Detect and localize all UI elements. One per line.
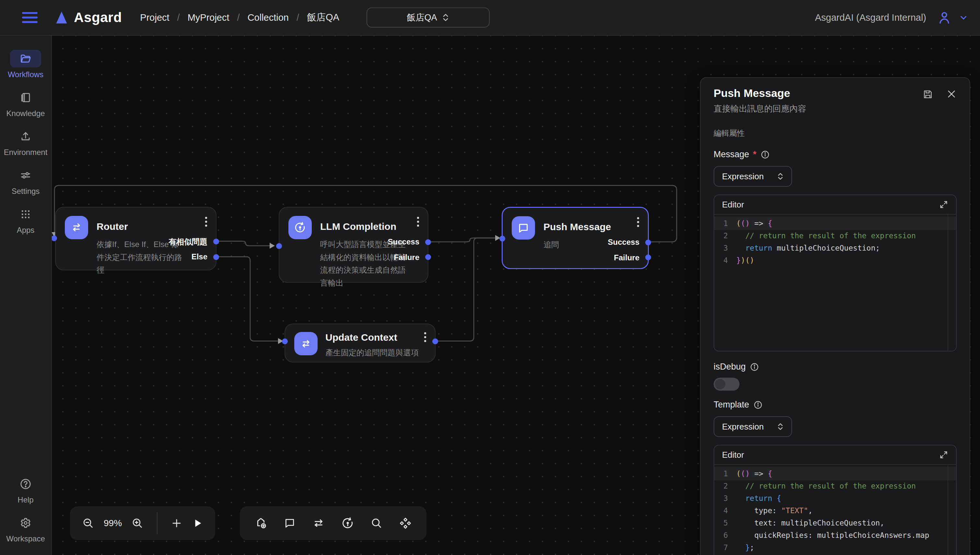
push-input-port[interactable] — [500, 236, 505, 242]
code-line: 5 text: multipleChoiceQuestion, — [714, 517, 956, 529]
account-menu[interactable]: AsgardAI (Asgard Internal) — [815, 10, 968, 25]
node-menu-button[interactable] — [424, 332, 426, 342]
llm-output-port-success[interactable] — [425, 239, 431, 245]
output-port-label: Failure — [614, 253, 639, 262]
sidebar-item-label: Knowledge — [6, 109, 45, 118]
node-llm-completion[interactable]: LLM Completion 呼叫大型語言模型並產生結構化的資料輸出以輔助流程的… — [279, 207, 428, 283]
canvas-zoom-toolbar: 99% — [70, 506, 215, 540]
updown-chevron-icon — [777, 422, 784, 431]
update-output-port[interactable] — [432, 338, 438, 344]
node-menu-button[interactable] — [417, 217, 420, 227]
info-icon[interactable] — [760, 150, 770, 159]
breadcrumb-project[interactable]: Project — [140, 12, 169, 23]
router-output-port-else[interactable] — [213, 254, 219, 260]
sidebar-item-settings[interactable]: Settings — [0, 167, 51, 196]
sidebar-item-apps[interactable]: Apps — [0, 205, 51, 235]
llm-icon[interactable] — [341, 517, 354, 530]
message-code-editor[interactable]: 1(() => {2 // return the result of the e… — [714, 215, 956, 351]
bell-plus-icon[interactable] — [254, 517, 268, 530]
message-type-select[interactable]: Expression — [714, 166, 792, 187]
close-button[interactable] — [946, 89, 957, 100]
code-line: 8})() — [714, 554, 956, 555]
output-port-label: Failure — [394, 253, 420, 262]
push-output-port-failure[interactable] — [645, 255, 651, 260]
magnifier-icon[interactable] — [370, 517, 383, 530]
editor-label: Editor — [722, 200, 744, 210]
editor-scrollbar[interactable] — [948, 465, 948, 555]
output-port-label: Else — [192, 252, 207, 261]
expand-icon[interactable] — [939, 450, 948, 459]
node-title: Update Context — [325, 332, 419, 343]
add-button[interactable] — [170, 517, 183, 529]
required-asterisk: * — [753, 149, 757, 159]
sidebar-item-knowledge[interactable]: Knowledge — [0, 89, 51, 118]
zoom-out-button[interactable] — [82, 517, 94, 530]
output-port-label: 有相似問題 — [168, 237, 207, 247]
chat-bubble-icon — [512, 216, 535, 239]
llm-output-port-failure[interactable] — [425, 254, 431, 260]
sidebar-item-label: Help — [18, 496, 34, 504]
code-line: 6 quickReplies: multipleChoiceAnswers.ma… — [714, 529, 956, 541]
properties-panel: Push Message 直接輸出訊息的回應內容 編輯屬性 Message * — [700, 77, 970, 555]
node-menu-button[interactable] — [205, 217, 207, 227]
code-line: 1(() => { — [714, 217, 956, 229]
breadcrumb-myproject[interactable]: MyProject — [187, 12, 229, 23]
save-button[interactable] — [922, 89, 934, 100]
code-line: 4 type: "TEXT", — [714, 504, 956, 517]
edit-properties-label: 編輯屬性 — [714, 128, 957, 138]
isdebug-toggle[interactable] — [714, 378, 740, 391]
template-field-label: Template — [714, 400, 749, 410]
sidebar-item-label: Environment — [4, 148, 48, 157]
book-icon — [10, 89, 41, 106]
info-icon[interactable] — [753, 400, 763, 410]
hamburger-menu-button[interactable] — [22, 10, 38, 25]
swap-arrows-icon — [65, 216, 88, 239]
sidebar-item-help[interactable]: Help — [0, 475, 51, 504]
template-code-editor[interactable]: 1(() => {2 // return the result of the e… — [714, 465, 956, 555]
router-output-port-similar[interactable] — [213, 239, 219, 244]
sidebar-item-environment[interactable]: Environment — [0, 128, 51, 157]
zoom-in-button[interactable] — [131, 517, 144, 530]
breadcrumb: Project / MyProject / Collection / 飯店QA — [140, 11, 339, 24]
run-button[interactable] — [192, 517, 203, 529]
breadcrumb-collection[interactable]: Collection — [248, 12, 289, 23]
template-type-select[interactable]: Expression — [714, 416, 792, 437]
node-description: 追問 — [543, 238, 611, 251]
grid-dots-icon — [10, 205, 41, 223]
editor-scrollbar[interactable] — [948, 215, 948, 351]
node-update-context[interactable]: Update Context 產生固定的追問問題與選項 — [285, 324, 436, 363]
diamond-grid-icon[interactable] — [399, 517, 412, 530]
code-line: 3 return multipleChoiceQuestion; — [714, 242, 956, 254]
sidebar-item-label: Apps — [17, 226, 35, 235]
sidebar-item-workflows[interactable]: Workflows — [0, 50, 51, 79]
sidebar-item-label: Settings — [12, 187, 40, 196]
code-line: 7 }; — [714, 541, 956, 554]
updown-chevron-icon — [777, 172, 784, 181]
workflow-selector-dropdown[interactable]: 飯店QA — [367, 8, 490, 27]
gear-icon — [10, 514, 41, 532]
update-input-port[interactable] — [282, 338, 288, 344]
brand-logo[interactable]: Asgard — [54, 10, 122, 25]
node-push-message[interactable]: Push Message 追問 Success Failure — [502, 207, 649, 269]
code-line: 3 return { — [714, 492, 956, 504]
info-icon[interactable] — [749, 362, 759, 372]
swap-arrows-icon[interactable] — [312, 517, 325, 530]
user-icon — [937, 10, 952, 25]
breadcrumb-current[interactable]: 飯店QA — [307, 11, 339, 24]
expand-icon[interactable] — [939, 200, 948, 209]
zoom-level-label[interactable]: 99% — [104, 518, 122, 528]
push-output-port-success[interactable] — [645, 239, 651, 245]
chat-bubble-icon[interactable] — [283, 517, 296, 530]
folder-icon — [10, 50, 41, 67]
sidebar-item-workspace[interactable]: Workspace — [0, 514, 51, 543]
account-label: AsgardAI (Asgard Internal) — [815, 12, 926, 23]
node-menu-button[interactable] — [637, 217, 639, 227]
toolbar-divider — [157, 512, 157, 534]
isdebug-field-label: isDebug — [714, 362, 746, 372]
llm-input-port[interactable] — [276, 243, 282, 249]
help-icon — [10, 475, 41, 493]
node-description: 產生固定的追問問題與選項 — [325, 346, 419, 359]
template-editor: Editor 1(() => {2 // return the result o… — [714, 445, 957, 555]
panel-title: Push Message — [714, 87, 790, 99]
node-router[interactable]: Router 依據If、Else If、Else 條件決定工作流程執行的路徑 有… — [55, 207, 216, 270]
